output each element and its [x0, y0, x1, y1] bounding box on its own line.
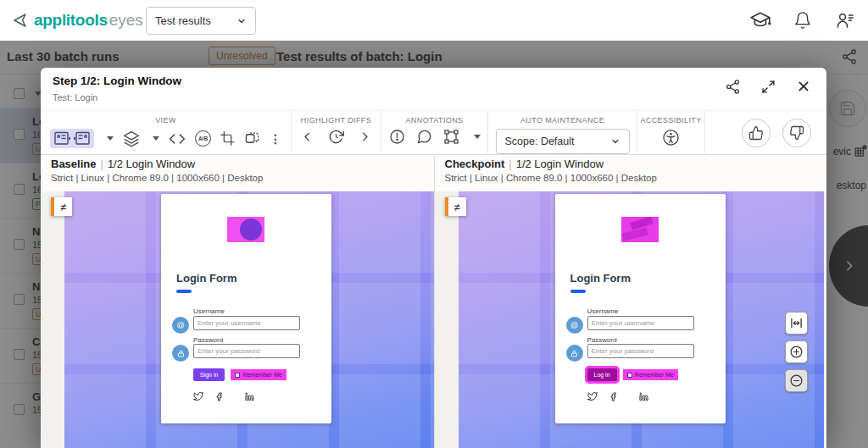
notifications-bell-icon[interactable] [792, 9, 814, 31]
ab-compare-button[interactable]: A/B [195, 130, 211, 147]
password-lock-icon [172, 345, 189, 362]
applitools-logo: applitools eyes [12, 11, 143, 30]
layers-view-button[interactable] [123, 130, 140, 147]
app-logo-image-diff [621, 217, 659, 242]
overlay-shapes-button[interactable] [244, 130, 260, 147]
login-card: Login Form Username @ Password Log [555, 194, 726, 423]
baseline-pane: Baseline|1/2 Login Window Strict | Linux… [41, 156, 434, 448]
log-in-button[interactable]: Log in [587, 368, 617, 381]
checkpoint-screenshot-area: ≠ Login Form Username @ Password [435, 191, 827, 448]
remember-me-label: Remember Me [635, 372, 674, 378]
remember-me-checkbox[interactable]: Remember Me [231, 369, 286, 380]
facebook-icon[interactable] [609, 392, 618, 401]
chevron-down-icon [610, 136, 620, 147]
thumbs-down-button[interactable] [782, 119, 811, 147]
share-icon[interactable] [723, 77, 742, 96]
chevron-down-icon [236, 16, 247, 26]
diff-indicator-badge[interactable]: ≠ [51, 197, 72, 216]
region-select-button[interactable] [443, 129, 459, 145]
checkpoint-screenshot: Login Form Username @ Password Log [459, 191, 825, 448]
pane-step-label: 1/2 Login Window [516, 158, 604, 170]
toolbar-spacer [705, 111, 726, 154]
twitter-icon[interactable] [587, 391, 598, 401]
twitter-icon[interactable] [193, 391, 203, 401]
username-at-icon: @ [172, 317, 189, 334]
scope-select-value: Scope: Default [505, 136, 575, 147]
remark-button[interactable] [389, 129, 405, 145]
password-field[interactable] [193, 344, 300, 358]
next-diff-button[interactable] [359, 130, 371, 143]
thumbs-up-button[interactable] [742, 119, 771, 147]
separator: | [509, 158, 511, 170]
checkbox-icon [235, 373, 240, 378]
view-section-label: VIEW [155, 116, 176, 124]
refresh-diffs-button[interactable] [328, 129, 344, 145]
pane-kind-label: Baseline [51, 158, 96, 170]
side-by-side-view-button[interactable] [50, 129, 94, 148]
app-logo-image [227, 217, 264, 242]
separator: | [100, 158, 103, 170]
diff-indicator-badge[interactable]: ≠ [445, 197, 466, 216]
layers-caret-icon[interactable] [153, 136, 159, 141]
title-accent-bar [570, 290, 586, 293]
modal-subtitle: Test: Login [53, 92, 97, 102]
linkedin-icon[interactable] [639, 392, 648, 401]
more-options-button[interactable]: ⋮ [270, 133, 281, 145]
close-icon[interactable] [794, 77, 813, 96]
title-accent-bar [176, 290, 192, 293]
login-form-title: Login Form [570, 272, 632, 285]
username-at-icon: @ [566, 317, 583, 334]
remember-me-label: Remember Me [242, 372, 281, 378]
zoom-in-button[interactable] [785, 340, 808, 363]
toolbar-section-highlight-diffs: HIGHLIGHT DIFFS [292, 111, 381, 154]
top-bar: applitools eyes Test results [0, 0, 868, 41]
zoom-controls [785, 312, 808, 392]
login-card: Login Form Username @ Password Sign [161, 194, 331, 423]
account-icon[interactable] [834, 9, 856, 31]
modal-title: Step 1/2: Login Window [53, 75, 181, 87]
step-detail-modal: Step 1/2: Login Window Test: Login [41, 68, 826, 448]
toolbar-section-view: VIEW [41, 111, 292, 154]
toolbar-section-accessibility: ACCESSIBILITY [637, 111, 705, 154]
region-caret-icon[interactable] [474, 135, 481, 139]
comparison-area: Baseline|1/2 Login Window Strict | Linux… [41, 156, 826, 448]
app-stage: applitools eyes Test results [0, 0, 868, 448]
password-lock-icon [566, 345, 583, 362]
pane-step-label: 1/2 Login Window [108, 158, 195, 170]
fit-to-width-button[interactable] [785, 312, 808, 335]
prev-diff-button[interactable] [301, 130, 314, 143]
applitools-mark-icon [12, 12, 29, 29]
ab-label: A/B [198, 136, 208, 141]
password-label: Password [587, 336, 617, 344]
brand-name: applitools [34, 11, 108, 30]
brand-suffix: eyes [109, 11, 143, 30]
toolbar-section-annotations: ANNOTATIONS [381, 111, 488, 154]
view-mode-caret-icon[interactable] [107, 136, 114, 141]
test-results-select-value: Test results [155, 14, 211, 27]
learn-icon[interactable] [749, 9, 771, 31]
username-field[interactable] [193, 316, 300, 330]
highlight-diffs-label: HIGHLIGHT DIFFS [301, 116, 371, 124]
remember-me-checkbox[interactable]: Remember Me [623, 369, 678, 380]
code-view-button[interactable] [169, 130, 186, 147]
auto-maintenance-label: AUTO MAINTENANCE [520, 116, 604, 124]
pane-meta: Strict | Linux | Chrome 89.0 | 1000x660 … [51, 173, 263, 183]
crop-button[interactable] [220, 131, 235, 146]
username-field[interactable] [587, 316, 694, 330]
scope-select[interactable]: Scope: Default [496, 129, 630, 154]
accessibility-button[interactable] [662, 129, 680, 147]
linkedin-icon[interactable] [245, 392, 254, 401]
zoom-out-button[interactable] [785, 369, 808, 392]
facebook-icon[interactable] [214, 392, 224, 401]
annotations-label: ANNOTATIONS [405, 116, 463, 124]
sign-in-button[interactable]: Sign in [193, 368, 225, 381]
test-results-select[interactable]: Test results [146, 7, 256, 35]
modal-header: Step 1/2: Login Window Test: Login [41, 68, 826, 110]
modal-toolbar: VIEW [41, 110, 826, 155]
password-field[interactable] [587, 344, 694, 358]
username-label: Username [193, 307, 225, 315]
comment-bubble-button[interactable] [416, 129, 432, 145]
username-label: Username [587, 307, 619, 315]
login-form-title: Login Form [176, 272, 237, 285]
expand-icon[interactable] [759, 77, 777, 96]
